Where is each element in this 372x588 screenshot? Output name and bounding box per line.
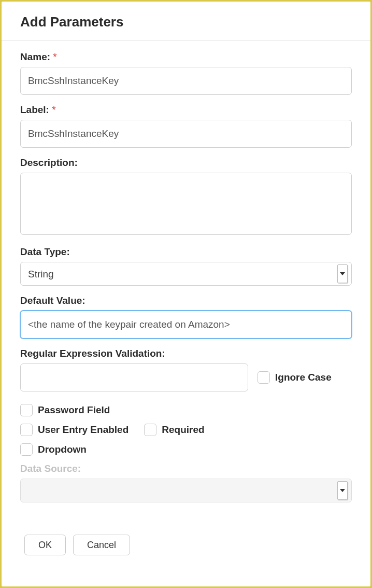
required-asterisk: * (53, 51, 56, 62)
user-entry-checkbox[interactable] (20, 424, 33, 436)
name-input[interactable] (20, 67, 352, 95)
ignore-case-group: Ignore Case (257, 371, 332, 384)
dropdown-group: Dropdown (20, 443, 352, 456)
data-source-label: Data Source: (20, 463, 352, 474)
required-asterisk: * (52, 104, 55, 115)
dropdown-label: Dropdown (38, 444, 87, 455)
regex-label: Regular Expression Validation: (20, 348, 352, 359)
label-field-group: Label: * (20, 104, 352, 148)
description-label: Description: (20, 157, 352, 169)
regex-input[interactable] (20, 363, 248, 391)
name-label-text: Name: (20, 51, 50, 62)
ok-button[interactable]: OK (24, 535, 66, 555)
data-source-select[interactable] (20, 479, 352, 502)
dialog-footer: OK Cancel (2, 524, 370, 586)
default-value-field-group: Default Value: (20, 295, 352, 339)
password-field-checkbox[interactable] (20, 404, 33, 416)
regex-row: Ignore Case (20, 363, 352, 391)
ignore-case-label: Ignore Case (275, 372, 332, 383)
description-textarea[interactable] (20, 173, 352, 235)
data-source-field-group: Data Source: (20, 463, 352, 502)
data-type-field-group: Data Type: String (20, 246, 352, 286)
user-entry-group: User Entry Enabled (20, 424, 128, 436)
data-type-select-wrap: String (20, 262, 352, 286)
data-type-label: Data Type: (20, 246, 352, 258)
password-field-label: Password Field (38, 404, 110, 416)
required-label: Required (162, 424, 204, 436)
password-field-group: Password Field (20, 404, 352, 416)
name-field-group: Name: * (20, 51, 352, 95)
add-parameters-dialog: Add Parameters Name: * Label: * Descript… (2, 2, 370, 586)
label-field-label-text: Label: (20, 104, 49, 115)
default-value-label: Default Value: (20, 295, 352, 306)
label-field-label: Label: * (20, 104, 352, 116)
data-source-select-wrap (20, 479, 352, 502)
data-type-select[interactable]: String (20, 262, 352, 286)
description-field-group: Description: (20, 157, 352, 237)
label-input[interactable] (20, 120, 352, 148)
dialog-header: Add Parameters (2, 2, 370, 41)
default-value-input[interactable] (20, 311, 352, 339)
user-entry-label: User Entry Enabled (38, 424, 128, 436)
cancel-button[interactable]: Cancel (73, 535, 130, 555)
name-label: Name: * (20, 51, 352, 63)
ignore-case-checkbox[interactable] (257, 371, 270, 384)
dialog-title: Add Parameters (20, 14, 352, 30)
regex-field-group: Regular Expression Validation: Ignore Ca… (20, 348, 352, 391)
checkbox-section: Password Field User Entry Enabled Requir… (20, 404, 352, 456)
required-group: Required (144, 424, 204, 436)
required-checkbox[interactable] (144, 424, 156, 436)
dropdown-checkbox[interactable] (20, 443, 33, 456)
dialog-body: Name: * Label: * Description: Data Type:… (2, 41, 370, 524)
user-entry-row: User Entry Enabled Required (20, 424, 352, 436)
